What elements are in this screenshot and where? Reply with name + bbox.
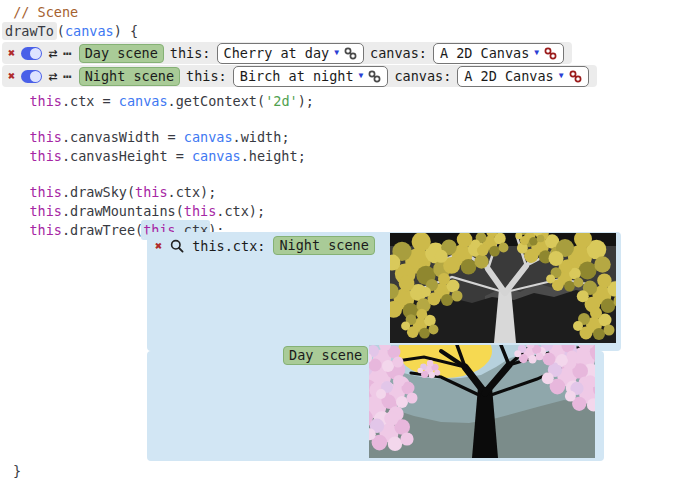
toggle-knob <box>30 71 41 82</box>
day-scene-canvas <box>369 345 595 458</box>
toggle-knob <box>30 48 41 59</box>
code-token: ( <box>57 23 65 39</box>
swap-arrows-icon[interactable]: ⇄ <box>48 46 57 61</box>
dropdown-value: A 2D Canvas <box>464 68 553 84</box>
code-token: canvas <box>65 23 114 39</box>
code-token: .ctx); <box>216 203 265 219</box>
code-token: this <box>29 93 62 109</box>
dropdown-value: Birch at night <box>240 68 354 84</box>
canvas-label: canvas: <box>394 68 451 84</box>
code-token <box>5 93 29 109</box>
chevron-down-icon: ▼ <box>534 49 539 57</box>
example-name-badge[interactable]: Night scene <box>79 67 180 86</box>
this-binding-dropdown[interactable]: Birch at night ▼ <box>233 66 389 87</box>
code-token: '2d' <box>265 93 298 109</box>
code-token: this <box>29 129 62 145</box>
code-token: this <box>184 203 217 219</box>
code-token: .drawSky( <box>62 184 135 200</box>
code-token: this <box>135 184 168 200</box>
chevron-down-icon: ▼ <box>359 72 364 80</box>
code-token <box>5 148 29 164</box>
code-line: this.canvasHeight = canvas.height; <box>5 147 314 166</box>
code-token: .ctx); <box>168 184 217 200</box>
canvas-label: canvas: <box>370 45 427 61</box>
code-blank-line <box>5 111 314 128</box>
link-icon <box>569 70 582 83</box>
code-block-top: // ScenedrawTo(canvas) { <box>5 3 138 41</box>
this-binding-dropdown[interactable]: Cherry at day ▼ <box>217 43 365 64</box>
code-token: canvas <box>119 93 168 109</box>
probe-result-badge-day[interactable]: Day scene <box>283 346 368 365</box>
code-token: // Scene <box>5 4 78 20</box>
night-scene-canvas <box>390 233 616 343</box>
canvas-binding-dropdown[interactable]: A 2D Canvas ▼ <box>433 43 564 64</box>
link-icon <box>368 70 381 83</box>
dropdown-value: Cherry at day <box>224 45 330 61</box>
chevron-down-icon: ▼ <box>334 49 339 57</box>
code-line: // Scene <box>5 3 138 22</box>
code-token <box>5 129 29 145</box>
code-token: .drawTree( <box>62 222 143 238</box>
code-token: .width; <box>233 129 290 145</box>
probe-panel-night: ✖ this.ctx: Night scene <box>147 232 621 351</box>
probe-panel-day: Day scene <box>147 351 604 461</box>
editor-page: // ScenedrawTo(canvas) { ✖ ⇄ ⋯ Day scene… <box>0 0 675 486</box>
code-token <box>5 203 29 219</box>
code-line: drawTo(canvas) { <box>5 22 138 41</box>
link-icon <box>344 47 357 60</box>
code-token: ); <box>298 93 314 109</box>
example-name-badge[interactable]: Day scene <box>79 44 164 63</box>
code-token: this <box>29 222 62 238</box>
toggle-example-switch[interactable] <box>21 47 42 60</box>
more-options-icon[interactable]: ⋯ <box>63 69 72 83</box>
code-line: this.drawMountains(this.ctx); <box>5 202 314 221</box>
probe-result-badge-night[interactable]: Night scene <box>273 236 374 255</box>
this-label: this: <box>186 68 227 84</box>
code-token: .drawMountains( <box>62 203 184 219</box>
code-token: .ctx = <box>62 93 119 109</box>
code-token: .getContext( <box>168 93 266 109</box>
swap-arrows-icon[interactable]: ⇄ <box>48 69 57 84</box>
code-token: ) { <box>114 23 138 39</box>
toggle-example-switch[interactable] <box>21 70 42 83</box>
code-token: this <box>29 203 62 219</box>
probe-expression: this.ctx: <box>192 238 265 254</box>
code-token <box>5 184 29 200</box>
chevron-down-icon: ▼ <box>559 72 564 80</box>
search-icon[interactable] <box>170 239 184 253</box>
code-line: this.ctx = canvas.getContext('2d'); <box>5 92 314 111</box>
close-probe-icon[interactable]: ✖ <box>155 240 162 252</box>
code-token: canvas <box>184 129 233 145</box>
example-row-day: ✖ ⇄ ⋯ Day scene this: Cherry at day ▼ ca… <box>2 42 572 64</box>
code-token: .canvasWidth = <box>62 129 184 145</box>
code-token: this <box>29 148 62 164</box>
code-token <box>5 222 29 238</box>
code-token: this <box>29 184 62 200</box>
code-token: canvas <box>192 148 241 164</box>
code-token: .height; <box>241 148 306 164</box>
code-block-body: this.ctx = canvas.getContext('2d'); this… <box>5 92 314 240</box>
code-line: this.drawSky(this.ctx); <box>5 183 314 202</box>
more-options-icon[interactable]: ⋯ <box>63 46 72 60</box>
example-row-night: ✖ ⇄ ⋯ Night scene this: Birch at night ▼… <box>2 65 597 87</box>
remove-example-icon[interactable]: ✖ <box>8 47 15 59</box>
this-label: this: <box>170 45 211 61</box>
code-token: drawTo <box>2 22 57 40</box>
link-icon <box>544 47 557 60</box>
code-token: .canvasHeight = <box>62 148 192 164</box>
remove-example-icon[interactable]: ✖ <box>8 70 15 82</box>
code-line: this.canvasWidth = canvas.width; <box>5 128 314 147</box>
code-blank-line <box>5 166 314 183</box>
dropdown-value: A 2D Canvas <box>440 45 529 61</box>
canvas-binding-dropdown[interactable]: A 2D Canvas ▼ <box>457 66 588 87</box>
code-closing-brace: } <box>13 462 21 481</box>
